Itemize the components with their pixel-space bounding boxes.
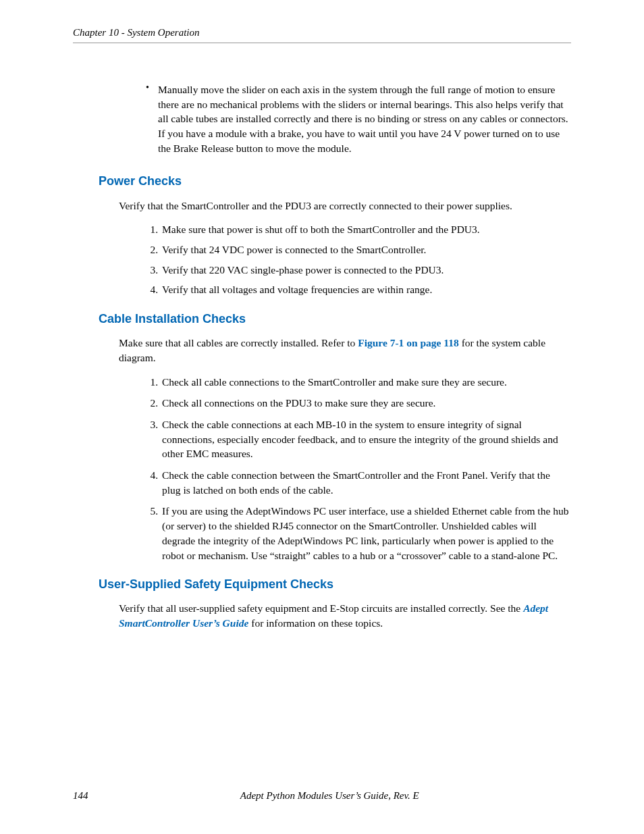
page-content: • Manually move the slider on each axis …: [73, 82, 571, 631]
power-checks-list: Make sure that power is shut off to both…: [134, 222, 571, 297]
cable-checks-intro: Make sure that all cables are correctly …: [119, 336, 571, 365]
power-checks-intro: Verify that the SmartController and the …: [119, 199, 571, 213]
running-header: Chapter 10 - System Operation: [73, 26, 571, 43]
list-item: Check the cable connection between the S…: [161, 468, 571, 497]
footer-title: Adept Python Modules User’s Guide, Rev. …: [88, 789, 572, 803]
bullet-icon: •: [146, 82, 158, 155]
heading-safety-checks: User-Supplied Safety Equipment Checks: [99, 576, 571, 593]
list-item: If you are using the AdeptWindows PC use…: [161, 504, 571, 563]
safety-post: for information on these topics.: [248, 617, 383, 629]
list-item: Check all cable connections to the Smart…: [161, 375, 571, 390]
list-item: Check all connections on the PDU3 to mak…: [161, 396, 571, 411]
list-item: Verify that all voltages and voltage fre…: [161, 282, 571, 297]
figure-link[interactable]: Figure 7-1 on page 118: [358, 337, 459, 348]
safety-checks-text: Verify that all user-supplied safety equ…: [119, 601, 571, 630]
list-item: Make sure that power is shut off to both…: [161, 222, 571, 237]
page-number: 144: [73, 789, 88, 803]
cable-intro-pre: Make sure that all cables are correctly …: [119, 337, 358, 348]
list-item: Check the cable connections at each MB-1…: [161, 417, 571, 461]
intro-bullet-item: • Manually move the slider on each axis …: [146, 82, 571, 155]
intro-bullet-text: Manually move the slider on each axis in…: [158, 82, 571, 155]
heading-power-checks: Power Checks: [99, 173, 571, 190]
safety-pre: Verify that all user-supplied safety equ…: [119, 602, 523, 614]
page-footer: 144 Adept Python Modules User’s Guide, R…: [73, 789, 571, 803]
list-item: Verify that 24 VDC power is connected to…: [161, 242, 571, 257]
cable-checks-list: Check all cable connections to the Smart…: [134, 375, 571, 563]
heading-cable-checks: Cable Installation Checks: [99, 311, 571, 328]
list-item: Verify that 220 VAC single-phase power i…: [161, 263, 571, 278]
